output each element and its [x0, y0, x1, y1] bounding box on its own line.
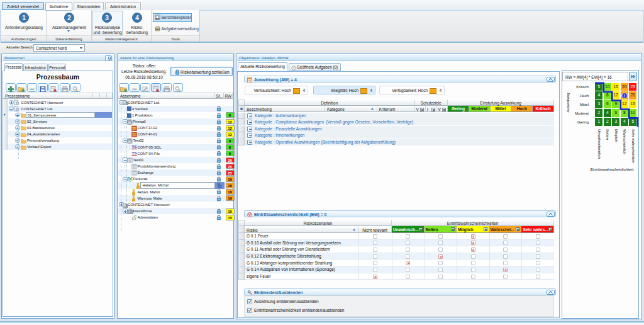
svg-text:YS: YS — [131, 151, 136, 155]
svg-text:YS: YS — [131, 145, 136, 149]
